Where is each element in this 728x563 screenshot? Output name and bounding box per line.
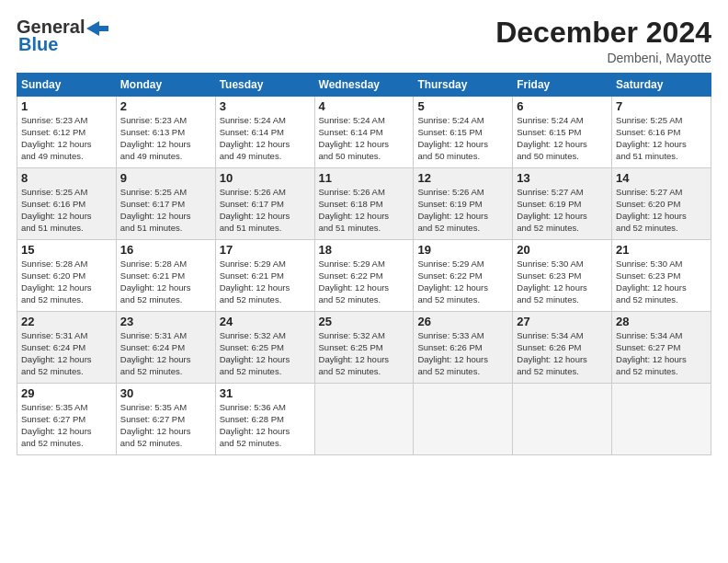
table-cell: 5Sunrise: 5:24 AM Sunset: 6:15 PM Daylig… bbox=[414, 97, 513, 168]
col-tuesday: Tuesday bbox=[215, 74, 314, 97]
day-info: Sunrise: 5:26 AM Sunset: 6:17 PM Dayligh… bbox=[220, 187, 311, 234]
day-info: Sunrise: 5:26 AM Sunset: 6:18 PM Dayligh… bbox=[319, 187, 410, 234]
table-cell: 23Sunrise: 5:31 AM Sunset: 6:24 PM Dayli… bbox=[116, 312, 215, 384]
day-number: 31 bbox=[220, 386, 311, 400]
day-info: Sunrise: 5:28 AM Sunset: 6:20 PM Dayligh… bbox=[21, 259, 112, 305]
day-info: Sunrise: 5:29 AM Sunset: 6:22 PM Dayligh… bbox=[417, 259, 508, 305]
table-cell: 20Sunrise: 5:30 AM Sunset: 6:23 PM Dayli… bbox=[513, 240, 612, 312]
calendar-week-row: 8Sunrise: 5:25 AM Sunset: 6:16 PM Daylig… bbox=[17, 168, 711, 240]
table-cell: 27Sunrise: 5:34 AM Sunset: 6:26 PM Dayli… bbox=[513, 312, 612, 384]
calendar-week-row: 1Sunrise: 5:23 AM Sunset: 6:12 PM Daylig… bbox=[17, 97, 711, 168]
svg-marker-0 bbox=[86, 21, 108, 36]
month-title: December 2024 bbox=[495, 17, 711, 49]
day-info: Sunrise: 5:24 AM Sunset: 6:14 PM Dayligh… bbox=[220, 115, 311, 162]
table-cell bbox=[513, 384, 612, 455]
day-info: Sunrise: 5:34 AM Sunset: 6:27 PM Dayligh… bbox=[616, 330, 707, 377]
title-block: December 2024 Dembeni, Mayotte bbox=[495, 17, 711, 65]
day-number: 12 bbox=[417, 171, 508, 185]
day-number: 25 bbox=[319, 315, 410, 328]
day-number: 24 bbox=[220, 315, 311, 328]
day-info: Sunrise: 5:25 AM Sunset: 6:16 PM Dayligh… bbox=[616, 115, 707, 162]
col-saturday: Saturday bbox=[612, 74, 711, 97]
table-cell: 14Sunrise: 5:27 AM Sunset: 6:20 PM Dayli… bbox=[612, 168, 711, 240]
table-cell: 4Sunrise: 5:24 AM Sunset: 6:14 PM Daylig… bbox=[314, 97, 414, 168]
day-number: 3 bbox=[220, 99, 311, 113]
col-wednesday: Wednesday bbox=[314, 74, 414, 97]
logo-blue-text: Blue bbox=[18, 34, 58, 55]
day-number: 16 bbox=[120, 243, 211, 257]
day-number: 21 bbox=[616, 243, 707, 257]
day-number: 30 bbox=[120, 386, 211, 400]
col-sunday: Sunday bbox=[17, 74, 117, 97]
day-info: Sunrise: 5:34 AM Sunset: 6:26 PM Dayligh… bbox=[517, 330, 608, 377]
day-number: 5 bbox=[417, 99, 508, 113]
table-cell: 30Sunrise: 5:35 AM Sunset: 6:27 PM Dayli… bbox=[116, 384, 215, 455]
day-info: Sunrise: 5:25 AM Sunset: 6:17 PM Dayligh… bbox=[120, 187, 211, 234]
table-cell: 8Sunrise: 5:25 AM Sunset: 6:16 PM Daylig… bbox=[17, 168, 117, 240]
calendar-table: Sunday Monday Tuesday Wednesday Thursday… bbox=[17, 73, 711, 455]
day-number: 13 bbox=[517, 171, 608, 185]
day-number: 10 bbox=[220, 171, 311, 185]
day-info: Sunrise: 5:35 AM Sunset: 6:27 PM Dayligh… bbox=[120, 402, 211, 449]
col-thursday: Thursday bbox=[414, 74, 513, 97]
day-number: 7 bbox=[616, 99, 707, 113]
table-cell: 3Sunrise: 5:24 AM Sunset: 6:14 PM Daylig… bbox=[215, 97, 314, 168]
table-cell: 29Sunrise: 5:35 AM Sunset: 6:27 PM Dayli… bbox=[17, 384, 117, 455]
table-cell: 21Sunrise: 5:30 AM Sunset: 6:23 PM Dayli… bbox=[612, 240, 711, 312]
day-number: 2 bbox=[120, 99, 211, 113]
day-info: Sunrise: 5:23 AM Sunset: 6:13 PM Dayligh… bbox=[120, 115, 211, 162]
col-friday: Friday bbox=[513, 74, 612, 97]
table-cell bbox=[414, 384, 513, 455]
calendar-week-row: 29Sunrise: 5:35 AM Sunset: 6:27 PM Dayli… bbox=[17, 384, 711, 455]
day-info: Sunrise: 5:27 AM Sunset: 6:19 PM Dayligh… bbox=[517, 187, 608, 234]
table-cell: 11Sunrise: 5:26 AM Sunset: 6:18 PM Dayli… bbox=[314, 168, 414, 240]
table-cell: 19Sunrise: 5:29 AM Sunset: 6:22 PM Dayli… bbox=[414, 240, 513, 312]
table-cell bbox=[612, 384, 711, 455]
day-info: Sunrise: 5:31 AM Sunset: 6:24 PM Dayligh… bbox=[120, 330, 211, 377]
day-info: Sunrise: 5:23 AM Sunset: 6:12 PM Dayligh… bbox=[21, 115, 112, 162]
day-info: Sunrise: 5:36 AM Sunset: 6:28 PM Dayligh… bbox=[220, 402, 311, 449]
table-cell: 13Sunrise: 5:27 AM Sunset: 6:19 PM Dayli… bbox=[513, 168, 612, 240]
day-number: 20 bbox=[517, 243, 608, 257]
table-cell bbox=[314, 384, 414, 455]
day-number: 23 bbox=[120, 315, 211, 328]
day-number: 26 bbox=[417, 315, 508, 328]
table-cell: 6Sunrise: 5:24 AM Sunset: 6:15 PM Daylig… bbox=[513, 97, 612, 168]
table-cell: 15Sunrise: 5:28 AM Sunset: 6:20 PM Dayli… bbox=[17, 240, 117, 312]
logo-arrow-icon bbox=[86, 21, 108, 36]
location: Dembeni, Mayotte bbox=[495, 51, 711, 65]
day-number: 28 bbox=[616, 315, 707, 328]
header: General Blue December 2024 Dembeni, Mayo… bbox=[17, 17, 711, 65]
calendar-header-row: Sunday Monday Tuesday Wednesday Thursday… bbox=[17, 74, 711, 97]
day-number: 17 bbox=[220, 243, 311, 257]
table-cell: 9Sunrise: 5:25 AM Sunset: 6:17 PM Daylig… bbox=[116, 168, 215, 240]
page: General Blue December 2024 Dembeni, Mayo… bbox=[0, 0, 728, 563]
day-info: Sunrise: 5:24 AM Sunset: 6:15 PM Dayligh… bbox=[517, 115, 608, 162]
table-cell: 18Sunrise: 5:29 AM Sunset: 6:22 PM Dayli… bbox=[314, 240, 414, 312]
table-cell: 28Sunrise: 5:34 AM Sunset: 6:27 PM Dayli… bbox=[612, 312, 711, 384]
day-number: 14 bbox=[616, 171, 707, 185]
day-number: 6 bbox=[517, 99, 608, 113]
day-info: Sunrise: 5:31 AM Sunset: 6:24 PM Dayligh… bbox=[21, 330, 112, 377]
day-info: Sunrise: 5:24 AM Sunset: 6:15 PM Dayligh… bbox=[417, 115, 508, 162]
day-number: 4 bbox=[319, 99, 410, 113]
day-number: 19 bbox=[417, 243, 508, 257]
table-cell: 16Sunrise: 5:28 AM Sunset: 6:21 PM Dayli… bbox=[116, 240, 215, 312]
day-number: 9 bbox=[120, 171, 211, 185]
calendar-week-row: 22Sunrise: 5:31 AM Sunset: 6:24 PM Dayli… bbox=[17, 312, 711, 384]
day-number: 27 bbox=[517, 315, 608, 328]
day-number: 22 bbox=[21, 315, 112, 328]
day-number: 8 bbox=[21, 171, 112, 185]
table-cell: 12Sunrise: 5:26 AM Sunset: 6:19 PM Dayli… bbox=[414, 168, 513, 240]
day-info: Sunrise: 5:27 AM Sunset: 6:20 PM Dayligh… bbox=[616, 187, 707, 234]
day-info: Sunrise: 5:26 AM Sunset: 6:19 PM Dayligh… bbox=[417, 187, 508, 234]
table-cell: 22Sunrise: 5:31 AM Sunset: 6:24 PM Dayli… bbox=[17, 312, 117, 384]
table-cell: 1Sunrise: 5:23 AM Sunset: 6:12 PM Daylig… bbox=[17, 97, 117, 168]
day-number: 18 bbox=[319, 243, 410, 257]
day-info: Sunrise: 5:29 AM Sunset: 6:21 PM Dayligh… bbox=[220, 259, 311, 305]
table-cell: 26Sunrise: 5:33 AM Sunset: 6:26 PM Dayli… bbox=[414, 312, 513, 384]
day-number: 11 bbox=[319, 171, 410, 185]
day-info: Sunrise: 5:24 AM Sunset: 6:14 PM Dayligh… bbox=[319, 115, 410, 162]
day-info: Sunrise: 5:35 AM Sunset: 6:27 PM Dayligh… bbox=[21, 402, 112, 449]
table-cell: 25Sunrise: 5:32 AM Sunset: 6:25 PM Dayli… bbox=[314, 312, 414, 384]
